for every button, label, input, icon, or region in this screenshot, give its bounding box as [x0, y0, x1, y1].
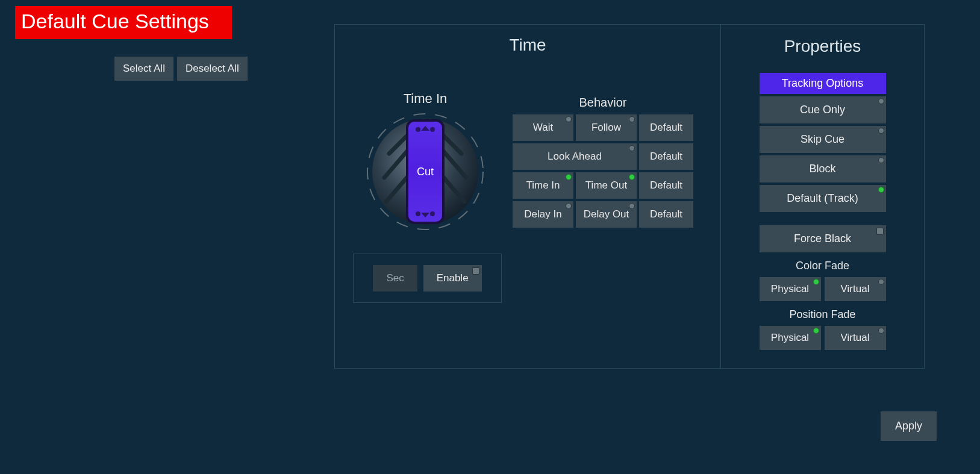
cue-only-button[interactable]: Cue Only	[760, 96, 886, 123]
position-fade-pair: Physical Virtual	[760, 326, 886, 350]
force-black-label: Force Black	[794, 232, 851, 245]
sec-button: Sec	[373, 265, 417, 292]
time-in-label: Time In	[526, 179, 560, 192]
wait-button[interactable]: Wait	[513, 114, 573, 141]
indicator-icon	[878, 128, 884, 134]
indicator-icon	[566, 116, 572, 122]
indicator-icon	[878, 187, 884, 193]
behavior-row: Wait Follow Default	[513, 114, 693, 141]
position-fade-virtual-button[interactable]: Virtual	[825, 326, 886, 350]
wait-label: Wait	[533, 122, 553, 134]
properties-section-title: Properties	[721, 37, 924, 56]
behavior-row: Look Ahead Default	[513, 143, 693, 170]
time-wheel-label: Time In	[353, 91, 498, 107]
behavior-row: Time In Time Out Default	[513, 172, 693, 199]
time-wheel[interactable]: Cut	[365, 111, 485, 232]
delay-in-label: Delay In	[524, 208, 561, 220]
delay-out-button[interactable]: Delay Out	[576, 201, 637, 228]
indicator-icon	[629, 145, 635, 151]
skip-cue-label: Skip Cue	[801, 133, 844, 145]
default-track-button[interactable]: Default (Track)	[760, 185, 886, 212]
indicator-icon	[878, 98, 884, 104]
time-column: Time Time In	[335, 25, 720, 368]
svg-point-4	[430, 127, 435, 132]
follow-button[interactable]: Follow	[576, 114, 637, 141]
block-button[interactable]: Block	[760, 155, 886, 182]
virtual-label: Virtual	[841, 332, 870, 343]
indicator-icon	[876, 228, 884, 235]
indicator-icon	[813, 279, 819, 285]
default-button[interactable]: Default	[639, 172, 693, 199]
time-enable-box: Sec Enable	[353, 254, 502, 303]
look-ahead-button[interactable]: Look Ahead	[513, 143, 637, 170]
position-fade-title: Position Fade	[760, 308, 886, 321]
default-button[interactable]: Default	[639, 114, 693, 141]
deselect-all-button[interactable]: Deselect All	[177, 57, 248, 81]
time-section-title: Time	[335, 36, 720, 55]
svg-point-6	[430, 211, 435, 216]
block-label: Block	[809, 163, 835, 175]
follow-label: Follow	[591, 122, 621, 134]
indicator-icon	[566, 203, 572, 209]
properties-column: Properties Tracking Options Cue Only Ski…	[720, 25, 924, 368]
position-fade-physical-button[interactable]: Physical	[760, 326, 821, 350]
select-all-button[interactable]: Select All	[114, 57, 173, 81]
apply-button[interactable]: Apply	[881, 411, 937, 441]
behavior-area: Behavior Wait Follow Default Look Ahead	[513, 96, 693, 230]
time-out-button[interactable]: Time Out	[576, 172, 637, 199]
default-button[interactable]: Default	[639, 201, 693, 228]
time-wheel-area: Time In	[353, 91, 498, 232]
indicator-icon	[878, 328, 884, 334]
time-wheel-value: Cut	[365, 166, 485, 178]
behavior-row: Delay In Delay Out Default	[513, 201, 693, 228]
delay-in-button[interactable]: Delay In	[513, 201, 573, 228]
default-button[interactable]: Default	[639, 143, 693, 170]
tracking-options-header: Tracking Options	[760, 73, 886, 94]
cue-only-label: Cue Only	[800, 104, 845, 116]
time-out-label: Time Out	[585, 179, 627, 192]
svg-point-5	[416, 211, 420, 216]
enable-button-label: Enable	[437, 272, 469, 284]
selection-buttons: Select All Deselect All	[114, 57, 248, 81]
behavior-title: Behavior	[513, 96, 693, 110]
enable-button[interactable]: Enable	[423, 265, 482, 292]
physical-label: Physical	[771, 332, 809, 343]
color-fade-physical-button[interactable]: Physical	[760, 277, 821, 301]
look-ahead-label: Look Ahead	[548, 151, 602, 163]
color-fade-title: Color Fade	[760, 260, 886, 272]
enable-indicator-icon	[472, 267, 479, 275]
color-fade-pair: Physical Virtual	[760, 277, 886, 301]
indicator-icon	[813, 328, 819, 334]
indicator-icon	[566, 174, 572, 180]
color-fade-virtual-button[interactable]: Virtual	[825, 277, 886, 301]
skip-cue-button[interactable]: Skip Cue	[760, 126, 886, 153]
virtual-label: Virtual	[841, 283, 870, 295]
svg-point-3	[416, 127, 420, 132]
default-track-label: Default (Track)	[787, 192, 858, 204]
indicator-icon	[629, 116, 635, 122]
indicator-icon	[878, 279, 884, 285]
delay-out-label: Delay Out	[584, 208, 629, 220]
indicator-icon	[878, 157, 884, 163]
properties-inner: Tracking Options Cue Only Skip Cue Block…	[760, 73, 886, 350]
indicator-icon	[629, 203, 635, 209]
force-black-button[interactable]: Force Black	[760, 225, 886, 252]
page-title: Default Cue Settings	[15, 6, 232, 39]
indicator-icon	[629, 174, 635, 180]
time-in-button[interactable]: Time In	[513, 172, 573, 199]
physical-label: Physical	[771, 283, 809, 295]
settings-panel: Time Time In	[334, 24, 925, 369]
